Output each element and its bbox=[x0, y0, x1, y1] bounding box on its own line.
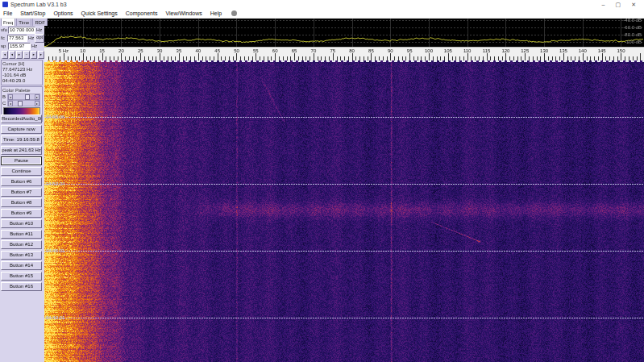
button-button-9[interactable]: Button #9 bbox=[1, 209, 42, 218]
control-sidebar: FreqTimeRDF vfo 10 700 000 Hz fc 77.563 … bbox=[0, 18, 44, 362]
brightness-slider-thumb[interactable] bbox=[25, 94, 30, 100]
nudge-button-0[interactable]: ◂ bbox=[2, 51, 8, 59]
button-time-19-16-59-8[interactable]: Time: 19:16:59.8 bbox=[1, 135, 42, 144]
frequency-nudge-buttons: ◂◂▸−▸▸ bbox=[0, 50, 44, 59]
ruler-label-135: 135 bbox=[554, 48, 573, 53]
cursor-panel-title: Cursor [H] bbox=[2, 61, 41, 66]
db-axis-label: -100 dB bbox=[625, 40, 642, 44]
ruler-label-110: 110 bbox=[458, 48, 477, 53]
ruler-label-55: 55 bbox=[246, 48, 265, 53]
cursor-frequency: 77.647123 Hz bbox=[2, 67, 41, 73]
button-button-10[interactable]: Button #10 bbox=[1, 219, 42, 228]
waterfall-timestamp: 04:55:06 bbox=[46, 114, 64, 120]
button-button-12[interactable]: Button #12 bbox=[1, 240, 42, 249]
vfo-label: vfo bbox=[1, 27, 8, 32]
contrast-slider-thumb[interactable] bbox=[18, 101, 23, 106]
spectrum-graph[interactable]: -40.0 dB-60.0 dB-80.0 dB-100 dB bbox=[44, 18, 644, 47]
menu-file[interactable]: File bbox=[3, 10, 12, 16]
contrast-slider[interactable]: ◂ ▸ bbox=[7, 100, 40, 106]
ruler-label-65: 65 bbox=[285, 48, 304, 53]
menu-quick-settings[interactable]: Quick Settings bbox=[81, 10, 118, 16]
spectrogram-waterfall[interactable]: 04:55:0604:50:0404:45:0104:40:01 bbox=[44, 60, 644, 362]
cursor-time: 04:40:29.0 bbox=[2, 78, 41, 84]
menu-help[interactable]: Help bbox=[210, 10, 222, 16]
waterfall-canvas[interactable] bbox=[44, 60, 644, 362]
ruler-label-45: 45 bbox=[208, 48, 227, 53]
fc-label: fc bbox=[1, 35, 7, 40]
waterfall-timestamp: 04:40:01 bbox=[46, 315, 64, 321]
button-button-15[interactable]: Button #15 bbox=[1, 272, 42, 281]
tab-time[interactable]: Time bbox=[16, 18, 31, 26]
nudge-button-4[interactable]: ▸ bbox=[31, 51, 37, 59]
button-button-11[interactable]: Button #11 bbox=[1, 230, 42, 239]
sidebar-tabs: FreqTimeRDF bbox=[0, 18, 44, 26]
button-button-14[interactable]: Button #14 bbox=[1, 261, 42, 270]
fc-unit: Hz bbox=[28, 35, 34, 40]
button-button-6[interactable]: Button #6 bbox=[1, 177, 42, 186]
button-pause[interactable]: Pause bbox=[1, 156, 42, 165]
nudge-button-3[interactable]: − bbox=[23, 51, 30, 59]
button-continue[interactable]: Continue bbox=[1, 167, 42, 176]
ruler-label-140: 140 bbox=[573, 48, 592, 53]
brightness-slider[interactable]: ◂ ▸ bbox=[7, 94, 40, 100]
window-controls: – ▢ ✕ bbox=[602, 1, 644, 9]
ruler-label-35: 35 bbox=[169, 48, 189, 53]
opt-button[interactable]: opt bbox=[35, 34, 44, 43]
menu-options[interactable]: Options bbox=[53, 10, 73, 16]
menu-view-windows[interactable]: View/Windows bbox=[165, 10, 202, 16]
waterfall-timestamp: 04:50:04 bbox=[46, 181, 64, 187]
ruler-label-40: 40 bbox=[189, 48, 208, 53]
button-button-16[interactable]: Button #16 bbox=[1, 282, 42, 291]
ruler-label-5: 5 Hz bbox=[54, 48, 73, 53]
slider-right-arrow-icon[interactable]: ▸ bbox=[35, 94, 39, 100]
action-button-stack: RecordedAudio_003..Capture nowTime: 19:1… bbox=[1, 114, 42, 293]
minimize-button[interactable]: – bbox=[602, 1, 605, 9]
frequency-ruler[interactable]: 5 Hz101520253035404550556065707580859095… bbox=[44, 47, 644, 60]
ruler-label-150: 150 bbox=[612, 48, 631, 53]
button-button-8[interactable]: Button #8 bbox=[1, 198, 42, 207]
title-bar: Spectrum Lab V3.1 b3 – ▢ ✕ bbox=[0, 0, 644, 9]
status-dot-icon bbox=[231, 10, 237, 16]
slider-right-arrow-icon[interactable]: ▸ bbox=[35, 101, 39, 106]
ruler-label-20: 20 bbox=[111, 48, 131, 53]
vfo-row: vfo 10 700 000 Hz bbox=[0, 26, 44, 34]
ruler-label-95: 95 bbox=[400, 48, 419, 53]
nudge-button-1[interactable]: ◂ bbox=[9, 51, 15, 59]
restore-button[interactable]: ▢ bbox=[616, 1, 621, 9]
ruler-label-30: 30 bbox=[150, 48, 169, 53]
spectrum-lab-window: Spectrum Lab V3.1 b3 – ▢ ✕ FileStart/Sto… bbox=[0, 0, 644, 362]
ruler-label-85: 85 bbox=[361, 48, 380, 53]
spectrum-canvas[interactable] bbox=[44, 18, 644, 47]
close-button[interactable]: ✕ bbox=[631, 1, 636, 9]
ruler-label-100: 100 bbox=[419, 48, 438, 53]
menu-components[interactable]: Components bbox=[126, 10, 158, 16]
fc-row: fc 77.563 Hz opt bbox=[0, 34, 44, 42]
fc-input[interactable]: 77.563 bbox=[7, 35, 27, 42]
menu-start-stop[interactable]: Start/Stop bbox=[20, 10, 45, 16]
tab-freq[interactable]: Freq bbox=[1, 18, 15, 26]
sp-unit: Hz bbox=[31, 44, 37, 48]
ruler-label-130: 130 bbox=[534, 48, 554, 53]
vfo-input[interactable]: 10 700 000 bbox=[8, 27, 35, 34]
menu-bar: FileStart/StopOptionsQuick SettingsCompo… bbox=[0, 9, 644, 19]
slider-left-arrow-icon[interactable]: ◂ bbox=[8, 101, 13, 106]
ruler-label-115: 115 bbox=[477, 48, 497, 53]
palette-panel-title: Color Palette bbox=[2, 88, 41, 93]
button-capture-now[interactable]: Capture now bbox=[1, 125, 42, 134]
button-button-13[interactable]: Button #13 bbox=[1, 251, 42, 260]
ruler-label-25: 25 bbox=[131, 48, 150, 53]
ruler-label-120: 120 bbox=[496, 48, 515, 53]
button-button-7[interactable]: Button #7 bbox=[1, 188, 42, 197]
nudge-button-5[interactable]: ▸ bbox=[38, 51, 44, 59]
slider-left-arrow-icon[interactable]: ◂ bbox=[8, 94, 13, 100]
button-peak-at-241-63-hz[interactable]: peak at 241.63 Hz bbox=[1, 146, 42, 155]
sp-input[interactable]: 155.97 bbox=[8, 43, 31, 50]
db-axis-label: -80.0 dB bbox=[623, 32, 642, 37]
cursor-panel: Cursor [H] 77.647123 Hz -101.64 dB 04:40… bbox=[1, 60, 43, 85]
nudge-button-2[interactable]: ▸ bbox=[16, 51, 23, 59]
cursor-level: -101.64 dB bbox=[2, 73, 41, 78]
ruler-label-105: 105 bbox=[438, 48, 458, 53]
ruler-label-75: 75 bbox=[323, 48, 343, 53]
button-recordedaudio-003[interactable]: RecordedAudio_003.. bbox=[1, 114, 42, 123]
tab-rdf[interactable]: RDF bbox=[32, 18, 47, 26]
